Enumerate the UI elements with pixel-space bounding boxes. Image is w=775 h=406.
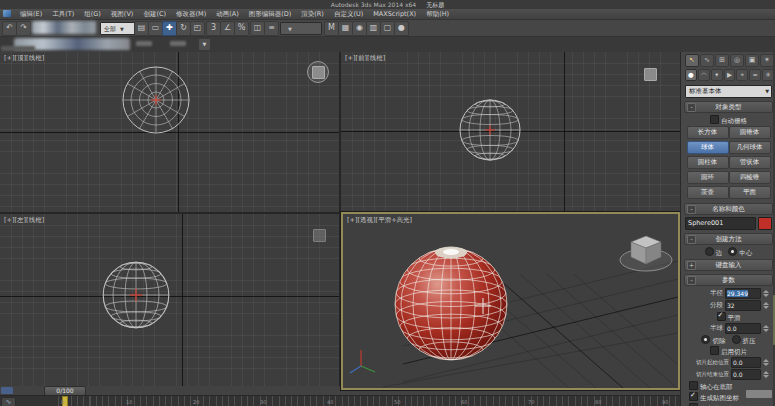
rollout-parameters[interactable]: - 参数 <box>684 274 773 286</box>
autogrid-checkbox[interactable] <box>710 115 719 124</box>
rollout-name-color[interactable]: - 名称和颜色 <box>684 203 773 215</box>
segments-spinner[interactable] <box>762 302 769 309</box>
snap-toggle-icon[interactable]: 3 <box>206 21 221 36</box>
align-icon[interactable]: ≡ <box>264 21 279 36</box>
rect-selection-region-icon[interactable]: ▭ <box>148 21 163 36</box>
button-cylinder[interactable]: 圆柱体 <box>687 156 729 169</box>
select-by-name-icon[interactable]: ▤ <box>134 21 149 36</box>
rollout-object-type[interactable]: - 对象类型 <box>684 101 773 113</box>
percent-snap-icon[interactable]: % <box>234 21 249 36</box>
viewport-perspective[interactable]: [+][透视][平滑+高光] <box>341 212 680 390</box>
angle-snap-icon[interactable]: ∠ <box>220 21 235 36</box>
button-sphere[interactable]: 球体 <box>687 141 729 154</box>
primitive-type-dropdown[interactable]: 标准基本体▼ <box>685 85 772 98</box>
select-and-rotate-icon[interactable]: ↻ <box>176 21 191 36</box>
menu-item-rendering[interactable]: 渲染(R) <box>301 9 324 19</box>
material-editor-icon[interactable]: ◉ <box>352 21 367 36</box>
sphere-wireframe-front[interactable] <box>458 98 522 162</box>
menu-item-group[interactable]: 组(G) <box>84 9 101 19</box>
render-setup-icon[interactable]: ▥ <box>366 21 381 36</box>
tab-create-icon[interactable]: ↖ <box>685 54 699 67</box>
ribbon-label-1[interactable] <box>136 41 152 46</box>
button-geosphere[interactable]: 几何球体 <box>729 141 771 154</box>
hemisphere-spinner[interactable] <box>762 325 769 332</box>
menu-item-modifiers[interactable]: 修改器(M) <box>176 9 206 19</box>
menu-item-graph-editors[interactable]: 图形编辑器(D) <box>249 9 292 19</box>
named-selection-sets-dropdown[interactable]: ▼ <box>280 22 322 35</box>
mapcoords-checkbox[interactable] <box>689 392 698 401</box>
button-cone[interactable]: 圆锥体 <box>729 126 771 139</box>
menu-item-help[interactable]: 帮助(H) <box>426 9 449 19</box>
rollout-creation-method[interactable]: - 创建方法 <box>684 233 773 245</box>
select-and-scale-icon[interactable]: ◰ <box>190 21 205 36</box>
rollout-collapse-icon[interactable]: - <box>687 103 696 112</box>
slice-from-spinner[interactable] <box>762 359 769 366</box>
segments-field[interactable]: 32 <box>725 300 761 311</box>
category-cameras-icon[interactable]: ▶ <box>724 69 736 81</box>
time-slider-left-icon[interactable] <box>1 387 13 394</box>
category-spacewarps-icon[interactable]: ≈ <box>749 69 761 81</box>
menu-item-tools[interactable]: 工具(T) <box>52 9 74 19</box>
base-pivot-checkbox[interactable] <box>689 381 698 390</box>
menu-item-animation[interactable]: 动画(A) <box>216 9 239 19</box>
category-geometry-icon[interactable]: ● <box>685 69 697 81</box>
viewcube-icon[interactable] <box>312 66 325 79</box>
app-icon[interactable] <box>3 10 11 17</box>
button-teapot[interactable]: 茶壶 <box>687 186 729 199</box>
viewport-front[interactable]: [+][前][线框] <box>341 52 680 212</box>
slice-from-field[interactable]: 0.0 <box>731 357 761 368</box>
sphere-wireframe-left[interactable] <box>101 260 171 330</box>
sphere-wireframe-top[interactable] <box>121 65 191 135</box>
rollout-expand-icon[interactable]: + <box>687 261 696 270</box>
rollout-collapse-icon[interactable]: - <box>687 235 696 244</box>
mini-curve-editor-button[interactable]: ∿ <box>1 397 16 406</box>
smooth-checkbox[interactable] <box>717 312 726 321</box>
selection-filter-dropdown[interactable]: 全部▼ <box>100 22 136 35</box>
button-pyramid[interactable]: 四棱锥 <box>729 171 771 184</box>
undo-icon[interactable]: ↶ <box>2 21 17 36</box>
rollout-collapse-icon[interactable]: - <box>687 276 696 285</box>
slice-on-checkbox[interactable] <box>710 346 719 355</box>
category-shapes-icon[interactable]: ◠ <box>698 69 710 81</box>
object-name-field[interactable]: Sphere001 <box>685 217 756 230</box>
rollout-collapse-icon[interactable]: - <box>687 205 696 214</box>
tab-motion-icon[interactable]: ◎ <box>730 54 744 67</box>
ribbon-label-2[interactable] <box>170 41 186 46</box>
viewcube-icon[interactable] <box>644 68 657 81</box>
menu-item-views[interactable]: 视图(V) <box>111 9 134 19</box>
viewcube-icon[interactable] <box>313 229 326 242</box>
menu-item-maxscript[interactable]: MAXScript(X) <box>373 9 416 19</box>
viewcube-ring[interactable] <box>307 61 329 83</box>
radio-squash[interactable] <box>732 335 741 344</box>
select-and-move-icon[interactable]: ✚ <box>162 21 177 36</box>
ribbon-dropdown-icon[interactable]: ▼ <box>198 38 211 51</box>
tab-display-icon[interactable]: ▣ <box>745 54 759 67</box>
rollout-keyboard-entry[interactable]: + 键盘输入 <box>684 259 773 271</box>
radius-field[interactable]: 29.349 <box>725 288 761 299</box>
viewport-left-label[interactable]: [+][左][线框] <box>4 216 44 225</box>
button-plane[interactable]: 平面 <box>729 186 771 199</box>
menu-item-create[interactable]: 创建(C) <box>143 9 166 19</box>
radio-edge[interactable] <box>705 247 714 256</box>
curve-editor-icon[interactable]: M <box>324 21 339 36</box>
slice-to-spinner[interactable] <box>762 371 769 378</box>
radio-chop[interactable] <box>701 335 710 344</box>
tab-hierarchy-icon[interactable]: ⊞ <box>715 54 729 67</box>
viewport-front-label[interactable]: [+][前][线框] <box>345 54 385 63</box>
tab-utilities-icon[interactable]: ✶ <box>760 54 774 67</box>
radius-spinner[interactable] <box>762 290 769 297</box>
hemisphere-field[interactable]: 0.0 <box>725 323 761 334</box>
rendered-frame-window-icon[interactable]: ▢ <box>380 21 395 36</box>
category-helpers-icon[interactable]: ⌖ <box>736 69 748 81</box>
slice-to-field[interactable]: 0.0 <box>731 369 761 380</box>
tab-modify-icon[interactable]: ∿ <box>700 54 714 67</box>
mirror-icon[interactable]: ◫ <box>250 21 265 36</box>
viewport-top[interactable]: [+][顶][线框] <box>0 52 339 212</box>
viewport-top-label[interactable]: [+][顶][线框] <box>4 54 44 63</box>
render-production-icon[interactable]: ● <box>394 21 409 36</box>
track-bar[interactable]: ∿ 0 10 20 30 40 50 60 70 80 90 100 <box>0 395 775 406</box>
button-box[interactable]: 长方体 <box>687 126 729 139</box>
object-color-swatch[interactable] <box>758 217 772 230</box>
schematic-view-icon[interactable]: ▦ <box>338 21 353 36</box>
button-torus[interactable]: 圆环 <box>687 171 729 184</box>
